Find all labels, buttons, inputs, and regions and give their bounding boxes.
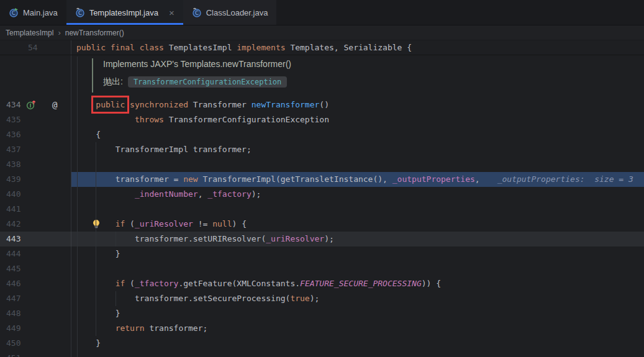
code-text[interactable]: transformer = new TransformerImpl(getTra… xyxy=(71,172,644,187)
gutter[interactable]: 451 xyxy=(0,351,71,357)
code-line-434[interactable]: 434@ public synchronized Transformer new… xyxy=(0,97,644,112)
gutter[interactable]: 449 xyxy=(0,321,71,336)
code-text[interactable]: if (_tfactory.getFeature(XMLConstants.FE… xyxy=(71,276,644,291)
code-text[interactable] xyxy=(71,261,644,276)
external-annotations-icon[interactable]: @ xyxy=(52,97,57,112)
breadcrumb-class[interactable]: TemplatesImpl xyxy=(6,29,53,37)
gutter[interactable]: 443 xyxy=(0,232,71,246)
code-text[interactable]: transformer.setURIResolver(_uriResolver)… xyxy=(71,232,644,246)
code-line-448[interactable]: 448 } xyxy=(0,306,644,321)
line-number[interactable]: 447 xyxy=(0,294,20,303)
code-text[interactable]: if (_uriResolver != null) { xyxy=(71,217,644,232)
close-tab-icon[interactable]: × xyxy=(169,8,175,17)
gutter[interactable]: 439 xyxy=(0,172,71,187)
line-number[interactable]: 445 xyxy=(0,264,20,273)
line-number[interactable]: 441 xyxy=(0,204,20,214)
code-line-443[interactable]: 443 transformer.setURIResolver(_uriResol… xyxy=(0,232,644,246)
code-line-446[interactable]: 446 if (_tfactory.getFeature(XMLConstant… xyxy=(0,276,644,291)
line-number[interactable]: 436 xyxy=(0,130,20,139)
code-token: ); xyxy=(252,189,261,199)
line-number[interactable]: 442 xyxy=(0,219,20,228)
code-text[interactable]: throws TransformerConfigurationException xyxy=(71,112,644,127)
code-line-437[interactable]: 437 TransformerImpl transformer; xyxy=(0,142,644,157)
code-token: implements xyxy=(237,43,290,52)
sticky-class-header[interactable]: 54 public final class TemplatesImpl impl… xyxy=(0,40,644,55)
code-token: if xyxy=(116,279,125,288)
code-token: ); xyxy=(324,234,334,243)
gutter[interactable]: 444 xyxy=(0,246,71,261)
code-token: { xyxy=(96,130,101,139)
code-text[interactable]: } xyxy=(71,306,644,321)
line-number[interactable]: 443 xyxy=(0,234,20,243)
code-line-444[interactable]: 444 } xyxy=(0,246,644,261)
code-text[interactable]: } xyxy=(71,336,644,351)
line-number[interactable]: 440 xyxy=(0,189,20,199)
line-number[interactable]: 437 xyxy=(0,145,20,154)
debugger-inline-value: _outputProperties: size = 3 xyxy=(497,174,633,184)
line-number[interactable]: 434 xyxy=(0,100,20,109)
doc-throws-label: 抛出: xyxy=(103,76,123,88)
line-number[interactable]: 448 xyxy=(0,309,20,318)
breadcrumb-method[interactable]: newTransformer() xyxy=(65,29,124,37)
svg-text:C: C xyxy=(195,10,199,16)
code-editor[interactable]: 54 public final class TemplatesImpl impl… xyxy=(0,40,644,357)
gutter[interactable]: 445 xyxy=(0,261,71,276)
gutter[interactable]: 434@ xyxy=(0,97,71,112)
code-text[interactable]: TransformerImpl transformer; xyxy=(71,142,644,157)
code-token: _indentNumber xyxy=(135,189,198,199)
code-line-442[interactable]: 442 if (_uriResolver != null) { xyxy=(0,217,644,232)
code-line-439[interactable]: 439 transformer = new TransformerImpl(ge… xyxy=(0,172,644,187)
code-text[interactable]: _indentNumber, _tfactory); xyxy=(71,187,644,202)
gutter[interactable]: 448 xyxy=(0,306,71,321)
line-number[interactable]: 444 xyxy=(0,249,20,258)
gutter[interactable]: 450 xyxy=(0,336,71,351)
code-line-447[interactable]: 447 transformer.setSecureProcessing(true… xyxy=(0,291,644,306)
gutter[interactable]: 441 xyxy=(0,202,71,217)
line-number[interactable]: 439 xyxy=(0,174,20,184)
code-line-441[interactable]: 441 xyxy=(0,202,644,217)
tab-label: Main.java xyxy=(23,8,58,17)
code-line-436[interactable]: 436 { xyxy=(0,127,644,142)
code-token: if xyxy=(116,219,125,228)
line-number[interactable]: 450 xyxy=(0,338,20,348)
line-number[interactable]: 446 xyxy=(0,279,20,288)
code-line-449[interactable]: 449 return transformer; xyxy=(0,321,644,336)
tab-main-java[interactable]: CMain.java xyxy=(0,0,66,25)
code-token: TransformerConfigurationException xyxy=(164,115,329,124)
gutter[interactable]: 447 xyxy=(0,291,71,306)
code-token: new xyxy=(183,174,197,184)
code-text[interactable]: public synchronized Transformer newTrans… xyxy=(71,97,644,112)
code-text[interactable]: return transformer; xyxy=(71,321,644,336)
gutter[interactable]: 446 xyxy=(0,276,71,291)
gutter[interactable]: 440 xyxy=(0,187,71,202)
line-number[interactable]: 451 xyxy=(0,353,20,357)
code-token: ); xyxy=(310,294,320,303)
tab-templatesimpl-java[interactable]: CTemplatesImpl.java× xyxy=(66,0,183,25)
tab-classloader-java[interactable]: CClassLoader.java xyxy=(183,0,277,25)
code-line-438[interactable]: 438 xyxy=(0,157,644,172)
indent-guide xyxy=(96,142,96,336)
code-text[interactable]: transformer.setSecureProcessing(true); xyxy=(71,291,644,306)
gutter[interactable]: 442 xyxy=(0,217,71,232)
code-text[interactable]: { xyxy=(71,127,644,142)
code-text[interactable] xyxy=(71,157,644,172)
code-text[interactable]: } xyxy=(71,246,644,261)
code-line-440[interactable]: 440 _indentNumber, _tfactory); xyxy=(0,187,644,202)
code-text[interactable] xyxy=(71,351,644,357)
doc-throws-type[interactable]: TransformerConfigurationException xyxy=(128,76,287,88)
line-number[interactable]: 449 xyxy=(0,323,20,333)
gutter[interactable]: 435 xyxy=(0,112,71,127)
gutter[interactable]: 437 xyxy=(0,142,71,157)
line-number[interactable]: 435 xyxy=(0,115,20,124)
code-line-450[interactable]: 450 } xyxy=(0,336,644,351)
gutter[interactable]: 436 xyxy=(0,127,71,142)
code-token: , xyxy=(198,189,208,199)
code-line-445[interactable]: 445 xyxy=(0,261,644,276)
code-line-435[interactable]: 435 throws TransformerConfigurationExcep… xyxy=(0,112,644,127)
code-text[interactable] xyxy=(71,202,644,217)
line-number[interactable]: 438 xyxy=(0,160,20,169)
code-token: != xyxy=(193,219,212,228)
code-line-451[interactable]: 451 xyxy=(0,351,644,357)
gutter[interactable]: 438 xyxy=(0,157,71,172)
indent-guide xyxy=(77,56,78,357)
